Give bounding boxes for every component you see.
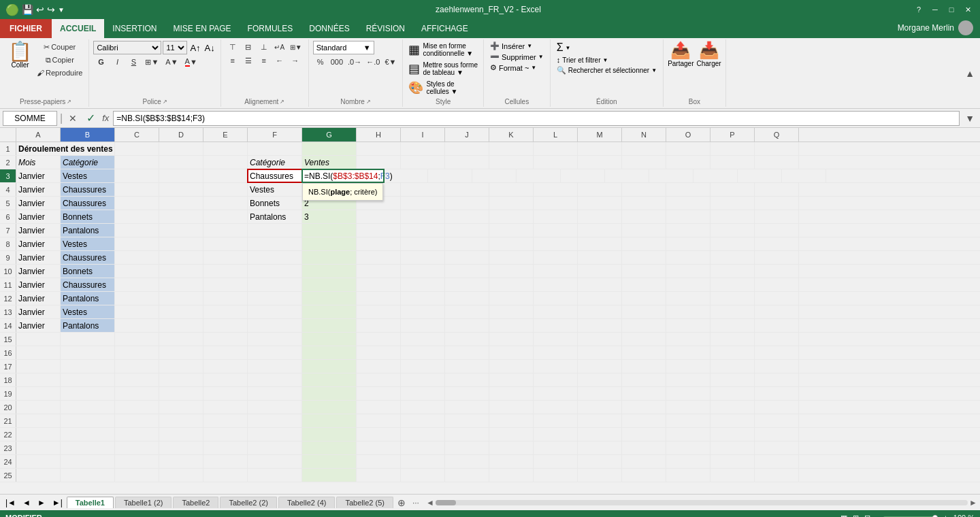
cell-L22[interactable]: [534, 428, 578, 441]
cell-J5[interactable]: [445, 197, 489, 210]
cell-A5[interactable]: Janvier: [16, 197, 61, 210]
cell-N23[interactable]: [622, 441, 666, 454]
cell-B23[interactable]: [61, 441, 115, 454]
cell-M18[interactable]: [578, 373, 622, 386]
cell-P16[interactable]: [710, 346, 755, 359]
col-header-I[interactable]: I: [401, 128, 445, 141]
cell-P21[interactable]: [710, 414, 755, 427]
cell-P22[interactable]: [710, 428, 755, 441]
cell-L24[interactable]: [534, 455, 578, 468]
cell-C14[interactable]: [115, 319, 159, 332]
inserer-button[interactable]: ➕ Insérer ▼: [488, 41, 534, 51]
cell-O9[interactable]: [666, 251, 710, 264]
cell-Q10[interactable]: [755, 265, 799, 278]
cell-A22[interactable]: [16, 428, 61, 441]
cell-A8[interactable]: Janvier: [16, 237, 61, 250]
cell-O22[interactable]: [666, 428, 710, 441]
cell-F22[interactable]: [248, 428, 302, 441]
cell-F13[interactable]: [248, 305, 302, 318]
cancel-button[interactable]: ✕: [65, 111, 80, 126]
indent-less-button[interactable]: ←: [272, 54, 287, 67]
cell-C16[interactable]: [115, 346, 159, 359]
col-header-L[interactable]: L: [534, 128, 578, 141]
cell-F20[interactable]: [248, 401, 302, 414]
cell-M23[interactable]: [578, 441, 622, 454]
font-size-select[interactable]: 11: [163, 41, 187, 54]
cell-G16[interactable]: [302, 346, 357, 359]
cell-H15[interactable]: [357, 333, 401, 346]
page-layout-icon[interactable]: ⊞: [853, 514, 859, 518]
cell-B2[interactable]: Catégorie: [61, 156, 115, 169]
cell-C18[interactable]: [115, 373, 159, 386]
cell-J24[interactable]: [445, 455, 489, 468]
cell-P3[interactable]: [738, 169, 782, 182]
cell-F14[interactable]: [248, 319, 302, 332]
cell-Q8[interactable]: [755, 237, 799, 250]
cell-O3[interactable]: [693, 169, 738, 182]
cell-J16[interactable]: [445, 346, 489, 359]
cell-K5[interactable]: [489, 197, 534, 210]
cell-G15[interactable]: [302, 333, 357, 346]
cell-H14[interactable]: [357, 319, 401, 332]
cell-K23[interactable]: [489, 441, 534, 454]
cell-B19[interactable]: [61, 387, 115, 400]
cell-B12[interactable]: Pantalons: [61, 292, 115, 305]
cell-D21[interactable]: [159, 414, 203, 427]
cell-K6[interactable]: [489, 210, 534, 223]
cell-D8[interactable]: [159, 237, 203, 250]
cell-Q14[interactable]: [755, 319, 799, 332]
cell-P24[interactable]: [710, 455, 755, 468]
cell-B17[interactable]: [61, 360, 115, 373]
cell-N14[interactable]: [622, 319, 666, 332]
cell-D1[interactable]: [159, 142, 203, 155]
cell-K20[interactable]: [489, 401, 534, 414]
cell-P20[interactable]: [710, 401, 755, 414]
police-expand[interactable]: ↗: [163, 99, 167, 105]
cell-J18[interactable]: [445, 373, 489, 386]
cell-F4[interactable]: Vestes: [248, 183, 302, 196]
cell-J17[interactable]: [445, 360, 489, 373]
cell-H19[interactable]: [357, 387, 401, 400]
cell-E23[interactable]: [203, 441, 248, 454]
align-middle-button[interactable]: ⊟: [241, 41, 256, 53]
cell-B14[interactable]: Pantalons: [61, 319, 115, 332]
nombre-expand[interactable]: ↗: [366, 99, 371, 105]
cell-I20[interactable]: [401, 401, 445, 414]
scroll-left-button[interactable]: ◄: [426, 498, 434, 507]
cell-G11[interactable]: [302, 278, 357, 291]
cell-B7[interactable]: Pantalons: [61, 224, 115, 237]
cell-O14[interactable]: [666, 319, 710, 332]
cell-N19[interactable]: [622, 387, 666, 400]
scroll-right-button[interactable]: ►: [969, 498, 977, 507]
cell-O16[interactable]: [666, 346, 710, 359]
cell-N9[interactable]: [622, 251, 666, 264]
cell-N20[interactable]: [622, 401, 666, 414]
cell-J14[interactable]: [445, 319, 489, 332]
cell-I19[interactable]: [401, 387, 445, 400]
cell-B3[interactable]: Vestes: [61, 169, 115, 182]
cell-A13[interactable]: Janvier: [16, 305, 61, 318]
cell-B16[interactable]: [61, 346, 115, 359]
cell-Q20[interactable]: [755, 401, 799, 414]
cell-M25[interactable]: [578, 469, 622, 482]
align-left-button[interactable]: ≡: [225, 54, 240, 67]
cell-A7[interactable]: Janvier: [16, 224, 61, 237]
format-button[interactable]: ⚙ Format ~ ▼: [488, 63, 538, 73]
formula-input[interactable]: =NB.SI($B$3:$B$14;F3): [113, 111, 960, 126]
cell-L13[interactable]: [534, 305, 578, 318]
align-top-button[interactable]: ⊤: [225, 41, 240, 53]
sheet-tab-tabelle2-2[interactable]: Tabelle2 (2): [220, 497, 276, 508]
cell-K9[interactable]: [489, 251, 534, 264]
font-size-increase[interactable]: A↑: [189, 43, 201, 53]
cell-O5[interactable]: [666, 197, 710, 210]
cell-J13[interactable]: [445, 305, 489, 318]
col-header-O[interactable]: O: [666, 128, 710, 141]
cell-P2[interactable]: [710, 156, 755, 169]
cell-M3[interactable]: [605, 169, 649, 182]
cell-M5[interactable]: [578, 197, 622, 210]
undo-icon[interactable]: ↩: [36, 4, 44, 15]
customize-icon[interactable]: ▼: [58, 6, 65, 14]
cell-C20[interactable]: [115, 401, 159, 414]
cell-N7[interactable]: [622, 224, 666, 237]
cell-I5[interactable]: [401, 197, 445, 210]
